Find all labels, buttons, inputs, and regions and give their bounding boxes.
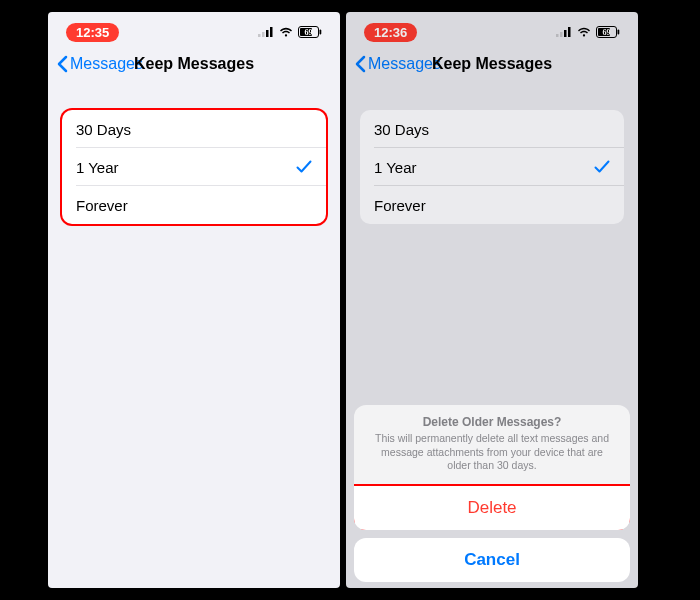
status-indicators: 69: [258, 26, 322, 38]
svg-rect-3: [270, 27, 273, 37]
svg-rect-0: [258, 34, 261, 37]
nav-bar: Messages Keep Messages: [48, 44, 340, 84]
phone-screen-right: 12:36 69 Messages Keep Messages 30 Days: [346, 12, 638, 588]
status-indicators: 69: [556, 26, 620, 38]
content-area: 30 Days 1 Year Forever Delete Older Mess…: [346, 84, 638, 588]
chevron-left-icon: [56, 55, 68, 73]
cell-signal-icon: [258, 27, 274, 37]
option-label: 1 Year: [374, 159, 417, 176]
option-forever[interactable]: Forever: [62, 186, 326, 224]
nav-bar: Messages Keep Messages: [346, 44, 638, 84]
checkmark-icon: [594, 160, 610, 174]
page-title: Keep Messages: [432, 55, 552, 73]
option-label: 30 Days: [374, 121, 429, 138]
wifi-icon: [577, 27, 591, 37]
checkmark-icon: [296, 160, 312, 174]
cell-signal-icon: [556, 27, 572, 37]
action-sheet-message: This will permanently delete all text me…: [370, 432, 614, 473]
option-30-days[interactable]: 30 Days: [360, 110, 624, 148]
back-label: Messages: [70, 55, 143, 73]
wifi-icon: [279, 27, 293, 37]
svg-rect-10: [564, 30, 567, 37]
svg-rect-6: [320, 30, 322, 35]
svg-text:69: 69: [305, 28, 313, 37]
svg-rect-8: [556, 34, 559, 37]
action-sheet-header: Delete Older Messages? This will permane…: [354, 405, 630, 486]
back-label: Messages: [368, 55, 441, 73]
phone-screen-left: 12:35 69 Messages Keep Messages 30 Days: [48, 12, 340, 588]
content-area: 30 Days 1 Year Forever: [48, 84, 340, 588]
page-title: Keep Messages: [134, 55, 254, 73]
svg-rect-9: [560, 32, 563, 37]
option-label: 30 Days: [76, 121, 131, 138]
svg-text:69: 69: [603, 28, 611, 37]
status-time-pill: 12:36: [364, 23, 417, 42]
option-label: Forever: [374, 197, 426, 214]
delete-button[interactable]: Delete: [354, 486, 630, 530]
keep-messages-options: 30 Days 1 Year Forever: [62, 110, 326, 224]
cancel-button[interactable]: Cancel: [354, 538, 630, 582]
status-bar: 12:35 69: [48, 12, 340, 44]
option-label: 1 Year: [76, 159, 119, 176]
svg-rect-14: [618, 30, 620, 35]
status-bar: 12:36 69: [346, 12, 638, 44]
svg-rect-1: [262, 32, 265, 37]
back-button[interactable]: Messages: [354, 55, 441, 73]
option-1-year[interactable]: 1 Year: [360, 148, 624, 186]
chevron-left-icon: [354, 55, 366, 73]
battery-icon: 69: [596, 26, 620, 38]
action-sheet-title: Delete Older Messages?: [370, 415, 614, 429]
svg-rect-2: [266, 30, 269, 37]
option-label: Forever: [76, 197, 128, 214]
status-time-pill: 12:35: [66, 23, 119, 42]
option-30-days[interactable]: 30 Days: [62, 110, 326, 148]
keep-messages-options: 30 Days 1 Year Forever: [360, 110, 624, 224]
action-sheet-card: Delete Older Messages? This will permane…: [354, 405, 630, 530]
svg-rect-11: [568, 27, 571, 37]
option-1-year[interactable]: 1 Year: [62, 148, 326, 186]
action-sheet: Delete Older Messages? This will permane…: [354, 405, 630, 582]
back-button[interactable]: Messages: [56, 55, 143, 73]
battery-icon: 69: [298, 26, 322, 38]
option-forever[interactable]: Forever: [360, 186, 624, 224]
